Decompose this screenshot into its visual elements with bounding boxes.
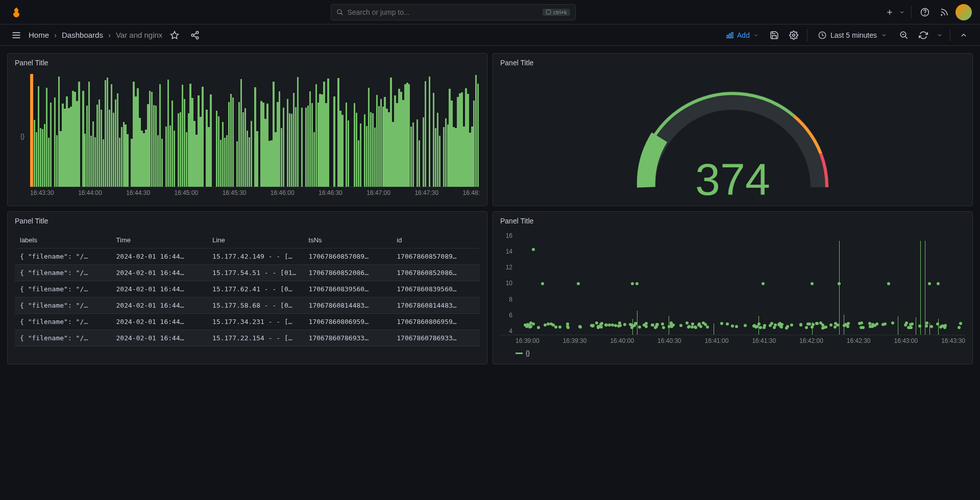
gauge-value: 374 (626, 154, 840, 206)
scatter-area (516, 232, 965, 335)
column-header[interactable]: Time (111, 232, 208, 248)
svg-line-16 (194, 36, 197, 37)
svg-point-7 (941, 14, 942, 15)
panel-title: Panel Title (493, 212, 972, 230)
help-icon[interactable] (917, 4, 933, 20)
svg-rect-17 (727, 35, 728, 38)
star-icon[interactable] (166, 27, 183, 43)
menu-toggle[interactable] (8, 27, 24, 43)
chevron-right-icon: › (54, 31, 57, 39)
svg-point-14 (197, 37, 199, 39)
svg-point-20 (793, 34, 795, 36)
svg-line-1 (340, 13, 342, 15)
global-search[interactable]: ctrl+k (331, 4, 576, 20)
save-icon[interactable] (766, 27, 782, 43)
rss-icon[interactable] (936, 4, 952, 20)
table-row[interactable]: { "filename": "/…2024-02-01 16:44…15.177… (15, 330, 480, 346)
search-shortcut: ctrl+k (543, 9, 570, 16)
add-menu-button[interactable] (881, 4, 898, 20)
panel-logs-bars[interactable]: Panel Title {} 16:43:3016:44:0016:44:301… (7, 53, 487, 206)
chevron-down-icon (881, 32, 887, 38)
grafana-logo[interactable] (8, 4, 24, 20)
user-avatar[interactable] (955, 4, 972, 20)
panel-title: Panel Title (8, 54, 487, 72)
chevron-down-icon (753, 32, 759, 38)
svg-rect-2 (546, 10, 550, 14)
share-icon[interactable] (187, 27, 203, 43)
y-axis-label: {} (15, 74, 30, 198)
table-row[interactable]: { "filename": "/…2024-02-01 16:44…15.177… (15, 297, 480, 314)
log-table: labelsTimeLinetsNsid { "filename": "/…20… (15, 232, 480, 346)
panel-scatter[interactable]: Panel Title 16141210864 16:39:0016:39:30… (493, 211, 973, 364)
legend-swatch (516, 353, 523, 354)
breadcrumb: Home › Dashboards › Var and nginx (29, 31, 162, 39)
table-row[interactable]: { "filename": "/…2024-02-01 16:44…15.177… (15, 281, 480, 297)
add-panel-button[interactable]: Add (722, 29, 763, 41)
y-axis: 16141210864 (500, 232, 516, 335)
breadcrumb-current: Var and nginx (116, 31, 162, 39)
column-header[interactable]: tsNs (304, 232, 392, 248)
x-axis: 16:43:3016:44:0016:44:3016:45:0016:45:30… (30, 189, 480, 198)
gauge: 374 (626, 75, 840, 197)
breadcrumb-home[interactable]: Home (29, 31, 49, 39)
chevron-right-icon: › (108, 31, 111, 39)
svg-rect-18 (729, 34, 731, 38)
search-input[interactable] (348, 8, 538, 16)
svg-point-0 (337, 9, 341, 13)
breadcrumb-dashboards[interactable]: Dashboards (62, 31, 103, 39)
chevron-down-icon[interactable] (898, 4, 906, 20)
svg-line-15 (194, 33, 197, 34)
column-header[interactable]: id (391, 232, 480, 248)
table-row[interactable]: { "filename": "/…2024-02-01 16:44…15.177… (15, 265, 480, 281)
clock-icon (818, 31, 826, 39)
table-row[interactable]: { "filename": "/…2024-02-01 16:44…15.177… (15, 314, 480, 330)
time-range-button[interactable]: Last 5 minutes (813, 29, 893, 42)
svg-rect-19 (731, 32, 733, 38)
svg-point-6 (925, 14, 925, 15)
legend: {} (500, 349, 965, 357)
refresh-dropdown[interactable] (935, 27, 945, 43)
x-axis: 16:39:0016:39:3016:40:0016:40:3016:41:00… (500, 337, 965, 346)
zoom-out-icon[interactable] (896, 27, 912, 43)
svg-point-12 (197, 31, 199, 34)
panel-table[interactable]: Panel Title labelsTimeLinetsNsid { "file… (7, 211, 487, 364)
search-icon (336, 9, 344, 16)
column-header[interactable]: labels (15, 232, 111, 248)
panel-gauge[interactable]: Panel Title 374 (493, 53, 973, 206)
bars-area (30, 74, 480, 187)
svg-marker-11 (171, 31, 179, 38)
panel-title: Panel Title (8, 212, 487, 230)
gear-icon[interactable] (786, 27, 802, 43)
svg-line-23 (905, 36, 908, 39)
column-header[interactable]: Line (207, 232, 304, 248)
refresh-icon[interactable] (915, 27, 932, 43)
panel-add-icon (726, 31, 734, 39)
collapse-icon[interactable] (955, 27, 972, 43)
panel-title: Panel Title (493, 54, 972, 72)
svg-point-13 (192, 34, 194, 36)
table-row[interactable]: { "filename": "/…2024-02-01 16:44…15.177… (15, 248, 480, 265)
